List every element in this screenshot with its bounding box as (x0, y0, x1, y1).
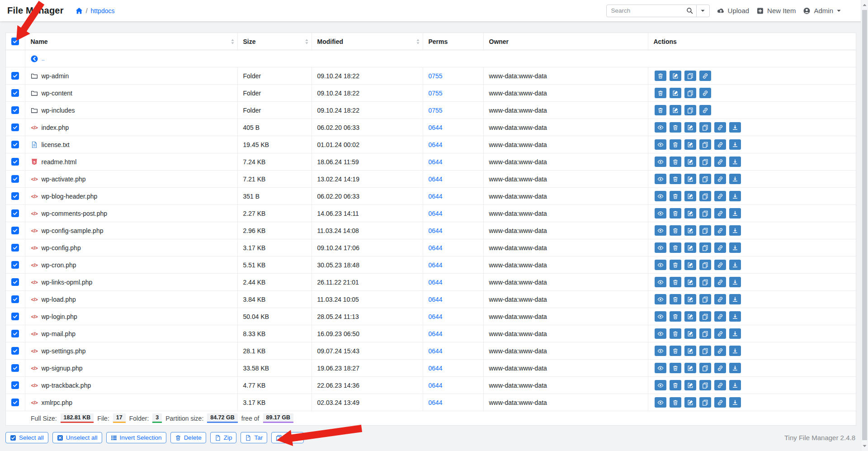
perms-link[interactable]: 0644 (429, 244, 443, 252)
perms-link[interactable]: 0644 (429, 227, 443, 234)
action-view-button[interactable] (655, 363, 666, 373)
action-copy-button[interactable] (699, 380, 711, 390)
select-all-button[interactable]: Select all (5, 432, 48, 443)
action-delete-button[interactable] (670, 380, 681, 390)
nav-upload-button[interactable]: Upload (717, 7, 750, 14)
perms-link[interactable]: 0644 (429, 193, 443, 200)
action-link-button[interactable] (714, 242, 726, 253)
perms-link[interactable]: 0644 (429, 176, 443, 183)
action-view-button[interactable] (655, 191, 666, 201)
action-delete-button[interactable] (670, 363, 681, 373)
file-name-link[interactable]: wp-config.php (42, 244, 81, 252)
action-download-button[interactable] (729, 174, 741, 184)
action-edit-button[interactable] (684, 346, 696, 356)
action-delete-button[interactable] (670, 311, 681, 322)
action-link-button[interactable] (714, 174, 726, 184)
row-checkbox[interactable] (11, 244, 19, 252)
action-delete-button[interactable] (670, 328, 681, 339)
action-view-button[interactable] (655, 174, 666, 184)
file-name-link[interactable]: wp-login.php (42, 313, 77, 320)
action-copy-button[interactable] (699, 328, 711, 339)
action-link-button[interactable] (714, 139, 726, 150)
row-checkbox[interactable] (11, 227, 19, 234)
action-delete-button[interactable] (670, 294, 681, 304)
action-copy-button[interactable] (684, 88, 696, 98)
file-name-link[interactable]: wp-content (42, 90, 72, 97)
perms-link[interactable]: 0644 (429, 124, 443, 131)
action-copy-button[interactable] (699, 294, 711, 304)
action-edit-button[interactable] (670, 105, 681, 115)
action-view-button[interactable] (655, 380, 666, 390)
zip-button[interactable]: Zip (210, 432, 237, 443)
action-edit-button[interactable] (684, 328, 696, 339)
action-download-button[interactable] (729, 225, 741, 236)
nav-admin-button[interactable]: Admin (803, 7, 841, 14)
action-delete-button[interactable] (670, 208, 681, 218)
file-name-link[interactable]: wp-includes (42, 107, 75, 114)
action-edit-button[interactable] (670, 88, 681, 98)
action-link-button[interactable] (714, 277, 726, 287)
row-checkbox[interactable] (11, 364, 19, 372)
action-delete-button[interactable] (670, 397, 681, 408)
sort-icon[interactable] (305, 38, 309, 44)
copy-button[interactable]: Copy (271, 432, 304, 443)
file-name-link[interactable]: index.php (42, 124, 69, 131)
action-link-button[interactable] (699, 71, 711, 81)
action-delete-button[interactable] (655, 71, 666, 81)
row-checkbox[interactable] (11, 381, 19, 389)
action-edit-button[interactable] (684, 242, 696, 253)
file-name-link[interactable]: wp-comments-post.php (42, 210, 108, 217)
action-view-button[interactable] (655, 328, 666, 339)
action-link-button[interactable] (714, 260, 726, 270)
action-delete-button[interactable] (670, 191, 681, 201)
action-delete-button[interactable] (670, 346, 681, 356)
file-name-link[interactable]: wp-signup.php (42, 365, 83, 372)
tar-button[interactable]: Tar (241, 432, 267, 443)
parent-dir-link[interactable]: .. (42, 55, 45, 62)
action-delete-button[interactable] (670, 122, 681, 133)
breadcrumb-current-dir[interactable]: httpdocs (91, 7, 115, 14)
action-link-button[interactable] (714, 122, 726, 133)
column-header-name[interactable]: Name (25, 33, 237, 50)
action-copy-button[interactable] (699, 363, 711, 373)
action-view-button[interactable] (655, 397, 666, 408)
action-download-button[interactable] (729, 260, 741, 270)
action-delete-button[interactable] (670, 260, 681, 270)
action-copy-button[interactable] (699, 397, 711, 408)
action-edit-button[interactable] (684, 225, 696, 236)
action-view-button[interactable] (655, 260, 666, 270)
row-checkbox[interactable] (11, 106, 19, 114)
action-edit-button[interactable] (684, 277, 696, 287)
action-copy-button[interactable] (699, 122, 711, 133)
action-view-button[interactable] (655, 277, 666, 287)
action-copy-button[interactable] (699, 191, 711, 201)
perms-link[interactable]: 0644 (429, 141, 443, 148)
action-view-button[interactable] (655, 225, 666, 236)
column-header-modified[interactable]: Modified (311, 33, 423, 50)
perms-link[interactable]: 0755 (429, 90, 443, 97)
nav-new-item-button[interactable]: New Item (756, 7, 796, 14)
action-edit-button[interactable] (684, 294, 696, 304)
row-checkbox[interactable] (11, 158, 19, 166)
file-name-link[interactable]: wp-links-opml.php (42, 279, 93, 286)
perms-link[interactable]: 0755 (429, 72, 443, 80)
row-checkbox[interactable] (11, 89, 19, 97)
action-link-button[interactable] (714, 294, 726, 304)
action-edit-button[interactable] (684, 191, 696, 201)
action-edit-button[interactable] (684, 363, 696, 373)
action-delete-button[interactable] (655, 105, 666, 115)
action-delete-button[interactable] (655, 88, 666, 98)
action-view-button[interactable] (655, 122, 666, 133)
action-delete-button[interactable] (670, 139, 681, 150)
perms-link[interactable]: 0644 (429, 347, 443, 355)
action-edit-button[interactable] (684, 397, 696, 408)
perms-link[interactable]: 0644 (429, 261, 443, 269)
action-edit-button[interactable] (684, 122, 696, 133)
file-name-link[interactable]: wp-mail.php (42, 330, 75, 337)
action-download-button[interactable] (729, 157, 741, 167)
perms-link[interactable]: 0644 (429, 296, 443, 303)
action-view-button[interactable] (655, 208, 666, 218)
row-checkbox[interactable] (11, 295, 19, 303)
file-name-link[interactable]: wp-admin (42, 72, 69, 80)
action-edit-button[interactable] (684, 139, 696, 150)
